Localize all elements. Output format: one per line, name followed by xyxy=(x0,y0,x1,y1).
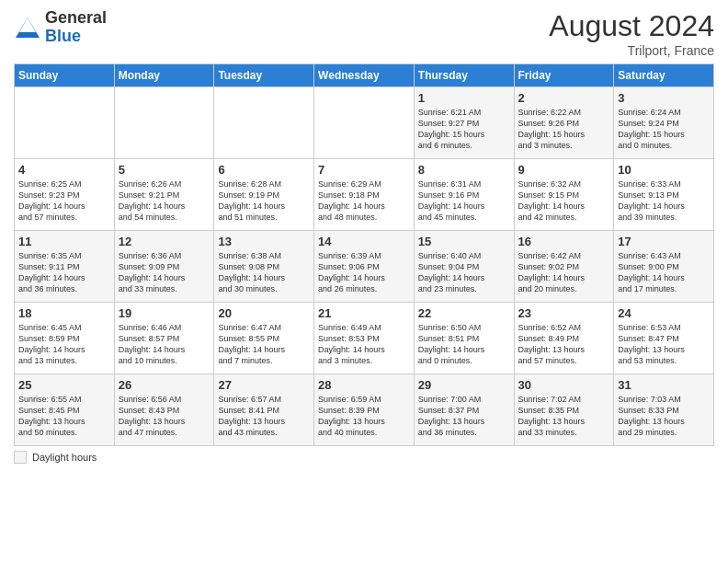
day-info: Sunrise: 6:22 AM Sunset: 9:26 PM Dayligh… xyxy=(518,107,610,152)
day-number: 22 xyxy=(418,306,510,320)
cell-w3-d2: 13Sunrise: 6:38 AM Sunset: 9:08 PM Dayli… xyxy=(214,231,314,303)
week-row-3: 11Sunrise: 6:35 AM Sunset: 9:11 PM Dayli… xyxy=(15,231,714,303)
day-number: 26 xyxy=(119,378,210,392)
day-info: Sunrise: 6:26 AM Sunset: 9:21 PM Dayligh… xyxy=(119,178,210,224)
day-info: Sunrise: 6:57 AM Sunset: 8:41 PM Dayligh… xyxy=(218,394,310,439)
cell-w5-d4: 29Sunrise: 7:00 AM Sunset: 8:37 PM Dayli… xyxy=(414,374,514,446)
cell-w4-d1: 19Sunrise: 6:46 AM Sunset: 8:57 PM Dayli… xyxy=(114,303,214,374)
cell-w3-d1: 12Sunrise: 6:36 AM Sunset: 9:09 PM Dayli… xyxy=(114,231,214,303)
day-number: 6 xyxy=(218,163,310,177)
cell-w1-d1 xyxy=(114,87,214,159)
cell-w1-d0 xyxy=(15,87,115,159)
day-info: Sunrise: 6:59 AM Sunset: 8:39 PM Dayligh… xyxy=(318,394,410,439)
title-block: August 2024 Trilport, France xyxy=(549,9,714,58)
day-info: Sunrise: 6:25 AM Sunset: 9:23 PM Dayligh… xyxy=(18,178,110,224)
cell-w1-d3 xyxy=(314,87,415,159)
day-info: Sunrise: 6:29 AM Sunset: 9:18 PM Dayligh… xyxy=(318,178,410,224)
legend-label: Daylight hours xyxy=(32,452,97,463)
cell-w4-d5: 23Sunrise: 6:52 AM Sunset: 8:49 PM Dayli… xyxy=(514,303,614,374)
logo-general-text: General xyxy=(45,9,107,28)
svg-marker-1 xyxy=(19,17,36,32)
day-info: Sunrise: 6:49 AM Sunset: 8:53 PM Dayligh… xyxy=(318,322,410,367)
day-number: 20 xyxy=(218,306,310,320)
weekday-monday: Monday xyxy=(114,64,214,87)
day-number: 27 xyxy=(218,378,310,392)
day-info: Sunrise: 6:56 AM Sunset: 8:43 PM Dayligh… xyxy=(119,394,210,439)
cell-w5-d1: 26Sunrise: 6:56 AM Sunset: 8:43 PM Dayli… xyxy=(114,374,214,446)
cell-w4-d4: 22Sunrise: 6:50 AM Sunset: 8:51 PM Dayli… xyxy=(414,303,514,374)
cell-w3-d5: 16Sunrise: 6:42 AM Sunset: 9:02 PM Dayli… xyxy=(514,231,614,303)
calendar-table: SundayMondayTuesdayWednesdayThursdayFrid… xyxy=(14,63,714,446)
day-number: 15 xyxy=(418,235,510,248)
day-number: 9 xyxy=(518,163,610,177)
cell-w4-d2: 20Sunrise: 6:47 AM Sunset: 8:55 PM Dayli… xyxy=(214,303,314,374)
day-info: Sunrise: 6:40 AM Sunset: 9:04 PM Dayligh… xyxy=(418,250,510,295)
day-number: 30 xyxy=(518,378,610,392)
day-number: 17 xyxy=(618,235,710,248)
day-info: Sunrise: 7:03 AM Sunset: 8:33 PM Dayligh… xyxy=(618,394,710,439)
day-info: Sunrise: 7:02 AM Sunset: 8:35 PM Dayligh… xyxy=(518,394,610,439)
weekday-thursday: Thursday xyxy=(414,64,514,87)
cell-w2-d0: 4Sunrise: 6:25 AM Sunset: 9:23 PM Daylig… xyxy=(15,159,115,231)
day-info: Sunrise: 6:46 AM Sunset: 8:57 PM Dayligh… xyxy=(119,322,210,367)
day-info: Sunrise: 6:35 AM Sunset: 9:11 PM Dayligh… xyxy=(18,250,110,295)
cell-w1-d5: 2Sunrise: 6:22 AM Sunset: 9:26 PM Daylig… xyxy=(514,87,614,159)
day-number: 19 xyxy=(119,306,210,320)
day-info: Sunrise: 6:50 AM Sunset: 8:51 PM Dayligh… xyxy=(418,322,510,367)
day-number: 14 xyxy=(318,235,410,248)
day-info: Sunrise: 6:21 AM Sunset: 9:27 PM Dayligh… xyxy=(418,107,510,152)
cell-w5-d3: 28Sunrise: 6:59 AM Sunset: 8:39 PM Dayli… xyxy=(314,374,415,446)
logo-text: General Blue xyxy=(45,9,107,46)
cell-w4-d3: 21Sunrise: 6:49 AM Sunset: 8:53 PM Dayli… xyxy=(314,303,415,374)
cell-w1-d4: 1Sunrise: 6:21 AM Sunset: 9:27 PM Daylig… xyxy=(414,87,514,159)
weekday-header-row: SundayMondayTuesdayWednesdayThursdayFrid… xyxy=(15,64,714,87)
day-info: Sunrise: 6:36 AM Sunset: 9:09 PM Dayligh… xyxy=(119,250,210,295)
logo: General Blue xyxy=(14,9,107,46)
week-row-1: 1Sunrise: 6:21 AM Sunset: 9:27 PM Daylig… xyxy=(15,87,714,159)
cell-w4-d0: 18Sunrise: 6:45 AM Sunset: 8:59 PM Dayli… xyxy=(15,303,115,374)
footer: Daylight hours xyxy=(14,451,714,464)
day-number: 13 xyxy=(218,235,310,248)
day-number: 24 xyxy=(618,306,710,320)
day-info: Sunrise: 6:38 AM Sunset: 9:08 PM Dayligh… xyxy=(218,250,310,295)
day-number: 12 xyxy=(119,235,210,248)
cell-w2-d1: 5Sunrise: 6:26 AM Sunset: 9:21 PM Daylig… xyxy=(114,159,214,231)
day-number: 16 xyxy=(518,235,610,248)
day-number: 18 xyxy=(18,306,110,320)
day-number: 11 xyxy=(18,235,110,248)
cell-w3-d4: 15Sunrise: 6:40 AM Sunset: 9:04 PM Dayli… xyxy=(414,231,514,303)
day-number: 28 xyxy=(318,378,410,392)
cell-w5-d6: 31Sunrise: 7:03 AM Sunset: 8:33 PM Dayli… xyxy=(614,374,714,446)
cell-w3-d0: 11Sunrise: 6:35 AM Sunset: 9:11 PM Dayli… xyxy=(15,231,115,303)
day-info: Sunrise: 6:31 AM Sunset: 9:16 PM Dayligh… xyxy=(418,178,510,224)
day-number: 1 xyxy=(418,91,510,105)
day-number: 25 xyxy=(18,378,110,392)
cell-w5-d0: 25Sunrise: 6:55 AM Sunset: 8:45 PM Dayli… xyxy=(15,374,115,446)
day-info: Sunrise: 6:53 AM Sunset: 8:47 PM Dayligh… xyxy=(618,322,710,367)
logo-blue-text: Blue xyxy=(45,28,107,46)
cell-w5-d5: 30Sunrise: 7:02 AM Sunset: 8:35 PM Dayli… xyxy=(514,374,614,446)
calendar-page: General Blue August 2024 Trilport, Franc… xyxy=(0,0,728,563)
weekday-wednesday: Wednesday xyxy=(314,64,415,87)
day-number: 7 xyxy=(318,163,410,177)
day-number: 2 xyxy=(518,91,610,105)
day-info: Sunrise: 6:42 AM Sunset: 9:02 PM Dayligh… xyxy=(518,250,610,295)
cell-w2-d6: 10Sunrise: 6:33 AM Sunset: 9:13 PM Dayli… xyxy=(614,159,714,231)
day-info: Sunrise: 6:55 AM Sunset: 8:45 PM Dayligh… xyxy=(18,394,110,439)
day-info: Sunrise: 6:52 AM Sunset: 8:49 PM Dayligh… xyxy=(518,322,610,367)
day-info: Sunrise: 6:39 AM Sunset: 9:06 PM Dayligh… xyxy=(318,250,410,295)
day-number: 31 xyxy=(618,378,710,392)
month-year: August 2024 xyxy=(549,9,714,43)
cell-w3-d3: 14Sunrise: 6:39 AM Sunset: 9:06 PM Dayli… xyxy=(314,231,415,303)
day-info: Sunrise: 6:32 AM Sunset: 9:15 PM Dayligh… xyxy=(518,178,610,224)
cell-w5-d2: 27Sunrise: 6:57 AM Sunset: 8:41 PM Dayli… xyxy=(214,374,314,446)
day-info: Sunrise: 6:24 AM Sunset: 9:24 PM Dayligh… xyxy=(618,107,710,152)
logo-icon xyxy=(14,14,41,41)
header: General Blue August 2024 Trilport, Franc… xyxy=(14,9,714,58)
day-info: Sunrise: 6:47 AM Sunset: 8:55 PM Dayligh… xyxy=(218,322,310,367)
cell-w2-d4: 8Sunrise: 6:31 AM Sunset: 9:16 PM Daylig… xyxy=(414,159,514,231)
day-number: 23 xyxy=(518,306,610,320)
day-number: 8 xyxy=(418,163,510,177)
day-info: Sunrise: 6:45 AM Sunset: 8:59 PM Dayligh… xyxy=(18,322,110,367)
weekday-friday: Friday xyxy=(514,64,614,87)
